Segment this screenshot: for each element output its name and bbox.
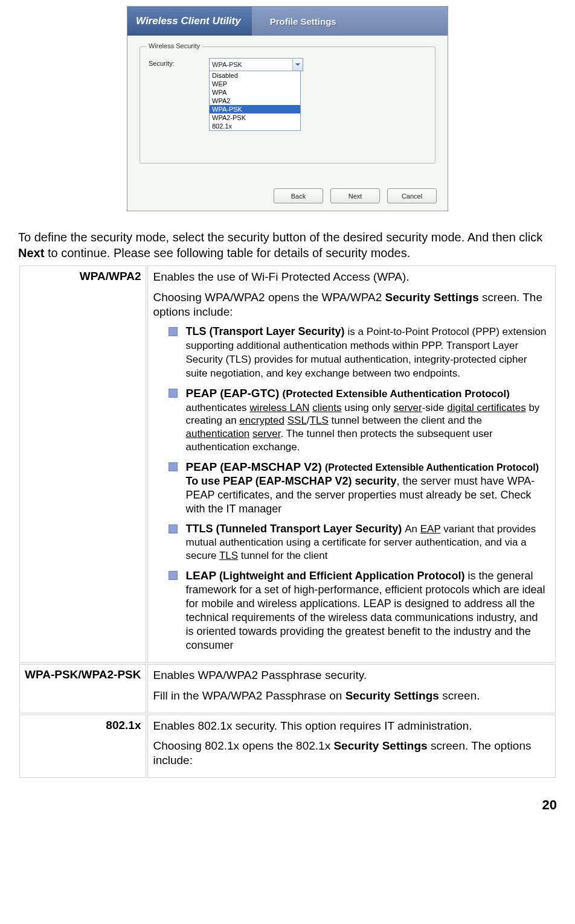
security-option[interactable]: Disabled — [210, 71, 300, 80]
mode-wpa-desc: Enables the use of Wi-Fi Protected Acces… — [147, 266, 556, 663]
security-label: Security: — [149, 58, 209, 67]
mode-8021x-desc: Enables 802.1x security. This option req… — [147, 715, 556, 778]
bullet-tls: TLS (Transport Layer Security) is a Poin… — [169, 325, 547, 380]
security-combobox-value: WPA-PSK — [212, 61, 242, 68]
security-dropdown[interactable]: DisabledWEPWPAWPA2WPA-PSKWPA2-PSK802.1x — [209, 71, 301, 131]
security-option[interactable]: WPA2 — [210, 97, 300, 105]
security-combobox[interactable]: WPA-PSK — [209, 58, 303, 71]
app-title: Wireless Client Utility — [127, 7, 252, 36]
tab-title: Profile Settings — [252, 7, 448, 36]
security-option[interactable]: WPA2-PSK — [210, 113, 300, 122]
titlebar: Wireless Client Utility Profile Settings — [127, 7, 448, 36]
security-option[interactable]: WPA-PSK — [210, 105, 300, 113]
cancel-button[interactable]: Cancel — [387, 188, 437, 203]
intro-paragraph: To define the security mode, select the … — [18, 229, 557, 261]
bullet-leap: LEAP (Lightweight and Efficient Applicat… — [169, 569, 547, 652]
chevron-down-icon[interactable] — [292, 59, 303, 71]
security-option[interactable]: WEP — [210, 80, 300, 88]
bullet-peap-gtc: PEAP (EAP-GTC) (Protected Extensible Aut… — [169, 386, 547, 453]
back-button[interactable]: Back — [274, 188, 323, 203]
bullet-peap-mschap: PEAP (EAP-MSCHAP V2) (Protected Extensib… — [169, 460, 547, 516]
page-number: 20 — [18, 797, 557, 813]
mode-wpa-label: WPA/WPA2 — [19, 266, 146, 663]
group-label: Wireless Security — [146, 42, 202, 49]
security-modes-table: WPA/WPA2 Enables the use of Wi-Fi Protec… — [18, 264, 557, 779]
dialog-body: Wireless Security Security: WPA-PSK Disa… — [127, 36, 448, 211]
mode-psk-desc: Enables WPA/WPA2 Passphrase security. Fi… — [147, 664, 556, 713]
next-button[interactable]: Next — [330, 188, 380, 203]
security-option[interactable]: WPA — [210, 88, 300, 97]
mode-psk-label: WPA-PSK/WPA2-PSK — [19, 664, 146, 713]
bullet-ttls: TTLS (Tunneled Transport Layer Security)… — [169, 522, 547, 562]
app-screenshot: Wireless Client Utility Profile Settings… — [127, 6, 448, 211]
wireless-security-group: Wireless Security Security: WPA-PSK Disa… — [140, 46, 435, 164]
security-option[interactable]: 802.1x — [210, 122, 300, 130]
mode-8021x-label: 802.1x — [19, 715, 146, 778]
